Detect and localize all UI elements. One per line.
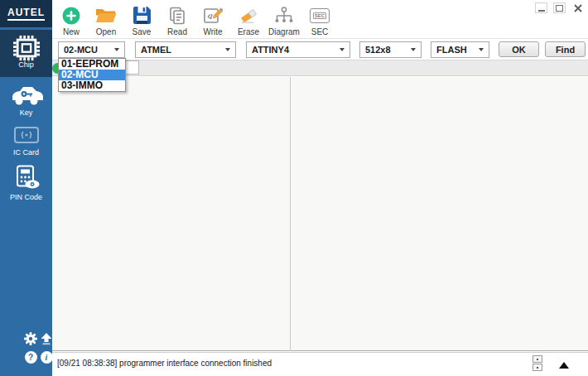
read-button[interactable]: Read [159, 6, 195, 37]
open-button[interactable]: Open [88, 6, 124, 37]
settings-button[interactable] [23, 333, 38, 348]
chip-icon [12, 38, 41, 57]
sidebar-item-key[interactable]: Key [0, 81, 52, 121]
tool-label: Diagram [268, 27, 300, 36]
save-button[interactable]: Save [123, 6, 160, 37]
chevron-down-icon [479, 48, 484, 51]
device-select-value: ATTINY4 [252, 45, 289, 55]
sidebar-item-label: PIN Code [10, 193, 42, 201]
car-key-icon [10, 86, 43, 105]
find-button[interactable]: Find [545, 41, 586, 57]
maximize-icon [556, 5, 563, 12]
chevron-down-icon [340, 48, 345, 51]
diagram-tree-icon [274, 6, 294, 25]
help-icon: ? [25, 351, 37, 364]
app-window: AUTEL Chip [0, 0, 588, 376]
close-button[interactable] [571, 2, 584, 13]
memory-type-select[interactable]: FLASH [431, 41, 489, 58]
open-folder-icon [95, 6, 117, 25]
toolbar: New Open Save [52, 0, 588, 39]
tool-label: SEC [311, 27, 329, 36]
tool-label: Open [96, 27, 116, 36]
tool-label: Erase [238, 27, 259, 36]
window-controls [535, 2, 584, 13]
sidebar: AUTEL Chip [0, 0, 52, 376]
sidebar-item-label: Chip [18, 60, 34, 69]
ok-button[interactable]: OK [499, 41, 539, 57]
sec-icon: SEC [310, 6, 330, 25]
size-select[interactable]: 512x8 [359, 41, 422, 58]
manufacturer-select-value: ATMEL [141, 45, 171, 55]
tool-label: Save [133, 27, 152, 36]
new-plus-icon [62, 6, 80, 25]
manufacturer-select[interactable]: ATMEL [135, 41, 236, 58]
category-dropdown-menu: 01-EEPROM 02-MCU 03-IMMO [58, 58, 126, 92]
size-select-value: 512x8 [365, 45, 391, 55]
gear-icon [24, 332, 37, 349]
sidebar-item-ic-card[interactable]: IC Card [0, 123, 52, 159]
sidebar-item-label: Key [20, 108, 33, 117]
write-pencil-icon [203, 6, 223, 25]
category-select[interactable]: 02-MCU [58, 41, 125, 58]
help-button[interactable]: ? [23, 349, 38, 364]
category-select-value: 02-MCU [64, 45, 98, 55]
info-icon: i [41, 351, 53, 364]
sidebar-item-pin-code[interactable]: PIN Code [0, 161, 52, 205]
chevron-down-icon [411, 48, 416, 51]
sec-icon-text: SEC [313, 12, 326, 19]
read-document-icon [168, 6, 186, 25]
log-scroll-spinner[interactable] [533, 355, 543, 373]
main-content [52, 77, 588, 351]
memory-type-select-value: FLASH [436, 45, 467, 55]
save-floppy-icon [133, 6, 151, 25]
menu-item-immo[interactable]: 03-IMMO [59, 80, 125, 91]
tool-label: New [63, 27, 80, 36]
collapse-panel-icon[interactable] [559, 362, 569, 369]
device-select[interactable]: ATTINY4 [246, 41, 350, 58]
panel-divider [290, 77, 291, 351]
tool-label: Write [203, 27, 222, 36]
sidebar-item-label: IC Card [13, 148, 39, 157]
write-button[interactable]: Write [195, 6, 231, 37]
upload-arrow-icon [40, 332, 53, 349]
status-message: [09/21 08:38:38] programmer interface co… [57, 359, 272, 368]
ic-card-icon [13, 126, 40, 145]
minimize-icon [538, 10, 545, 12]
tool-label: Read [167, 27, 187, 36]
new-button[interactable]: New [53, 6, 89, 37]
sidebar-item-chip[interactable]: Chip [0, 30, 52, 77]
chevron-down-icon [225, 48, 230, 51]
close-icon [574, 4, 582, 12]
diagram-button[interactable]: Diagram [266, 6, 302, 37]
tab-cell[interactable] [124, 60, 139, 75]
spinner-down-icon[interactable] [533, 364, 542, 371]
sec-button[interactable]: SEC SEC [301, 6, 338, 37]
maximize-button[interactable] [553, 2, 566, 13]
eraser-icon [239, 6, 258, 25]
status-bar: [09/21 08:38:38] programmer interface co… [52, 352, 588, 376]
chevron-down-icon [114, 48, 119, 51]
erase-button[interactable]: Erase [230, 6, 267, 37]
minimize-button[interactable] [535, 2, 547, 13]
spinner-up-icon[interactable] [533, 355, 542, 363]
autel-logo-text: AUTEL [7, 7, 45, 21]
pin-code-icon [12, 165, 41, 190]
autel-logo: AUTEL [0, 0, 52, 27]
